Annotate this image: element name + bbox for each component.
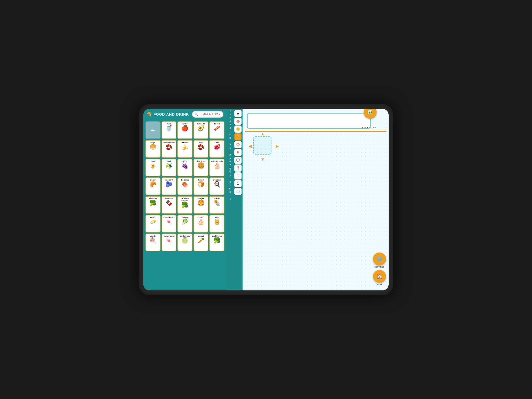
alpha-letter-T[interactable]: T — [228, 177, 233, 180]
nav-btn-monkey[interactable]: 🐵 — [234, 118, 242, 125]
alpha-letter-F[interactable]: F — [228, 130, 233, 133]
food-card-breakfast[interactable]: breakfast 🍳 — [209, 177, 224, 195]
card-image-berry: 🍇 — [181, 163, 188, 169]
nav-btn-clock[interactable]: 🕐 — [234, 188, 242, 195]
alpha-letter-O[interactable]: O — [228, 160, 233, 163]
food-card-candy-cane[interactable]: candy cane 🍬 — [162, 234, 177, 251]
food-card-beef[interactable]: beef 🥩 — [209, 140, 224, 158]
food-card-carrot[interactable]: carrot 🥕 — [194, 234, 209, 251]
food-card-berry[interactable]: berry 🍇 — [177, 159, 192, 176]
food-card-bologna[interactable]: bologna 🍖 — [177, 177, 192, 195]
food-card-big-mac[interactable]: Big Mac 🍔 — [194, 159, 209, 176]
nav-btn-chair[interactable]: 🪑 — [234, 149, 242, 156]
food-card-butterscotch[interactable]: buttersc-otch 🍬 — [162, 215, 177, 232]
alpha-letter-X[interactable]: X — [228, 190, 233, 194]
home-button[interactable]: 🏠 — [373, 270, 386, 283]
alpha-letter-Q[interactable]: Q — [228, 167, 233, 170]
food-card-bread[interactable]: bread 🍞 — [194, 177, 209, 195]
page-title: FOOD AND DRINK — [154, 112, 189, 116]
food-card-biscuit[interactable]: biscuit 🥐 — [145, 177, 161, 195]
alpha-letter-M[interactable]: M — [228, 153, 233, 157]
alpha-letter-D[interactable]: D — [228, 123, 233, 126]
alpha-letter-W[interactable]: W — [228, 187, 233, 190]
food-card-bacon[interactable]: bacon 🥓 — [209, 121, 224, 139]
alpha-letter-J[interactable]: J — [228, 143, 233, 147]
card-image-cabbage: 🥬 — [181, 219, 188, 225]
card-image-candy: 🍭 — [149, 238, 156, 243]
card-label-brussels-sprouts: brussels sprouts — [178, 198, 191, 202]
food-card-beet[interactable]: beet 🫒 — [162, 159, 177, 176]
orange-divider-line — [245, 131, 387, 132]
food-card-bean[interactable]: bean 🫘 — [194, 140, 209, 158]
food-card-butter[interactable]: butter 🧈 — [145, 215, 161, 232]
food-card-brussels-sprouts[interactable]: brussels sprouts 🥦 — [177, 196, 192, 214]
food-card-cantaloupe[interactable]: cantaloupe 🍈 — [177, 234, 192, 251]
alpha-letter-B[interactable]: B — [228, 116, 233, 119]
card-placeholder — [253, 136, 271, 155]
food-card-cabbage[interactable]: cabbage 🥬 — [177, 215, 192, 232]
alpha-letter-S[interactable]: S — [228, 174, 233, 177]
food-card-avocado[interactable]: avocado 🥑 — [194, 121, 209, 139]
food-card-cauliflower[interactable]: cauliflower 🥦 — [209, 234, 224, 251]
food-card-broccoli[interactable]: broccoli 🥦 — [145, 196, 161, 214]
food-card-7up[interactable]: 7-Up 🥤 — [162, 121, 177, 139]
alpha-letter-H[interactable]: H — [228, 136, 233, 140]
nav-btn-question[interactable]: ❓ — [234, 164, 242, 172]
search-bar[interactable]: 🔍 — [192, 111, 223, 118]
food-card-add[interactable]: + — [145, 121, 161, 139]
alpha-letter-L[interactable]: L — [228, 150, 233, 153]
alpha-letter-I[interactable]: I — [228, 140, 233, 143]
nav-icon-chair: 🪑 — [236, 151, 240, 154]
food-card-beer[interactable]: beer 🍺 — [145, 159, 161, 176]
nav-btn-speech[interactable]: 💬 — [234, 157, 242, 164]
card-label-bagel: bagel — [150, 142, 156, 144]
nav-btn-num1[interactable]: 1 — [234, 180, 242, 187]
arrow-top-icon: ▲ — [261, 132, 265, 136]
nav-btn-home[interactable]: 🏠 — [234, 141, 242, 148]
card-image-can: 🥫 — [214, 219, 221, 225]
alpha-letter-V[interactable]: V — [228, 184, 233, 187]
card-label-can: can — [215, 216, 219, 218]
nav-btn-pizza[interactable]: 🍕 — [234, 133, 242, 141]
food-card-brownie[interactable]: brownie 🍫 — [162, 196, 177, 214]
card-label-blueberry: blueberry — [164, 179, 173, 181]
food-card-birthday-cake[interactable]: birthday cake 🎂 — [209, 159, 224, 176]
alpha-letter-E[interactable]: E — [228, 126, 233, 130]
food-card-candy[interactable]: candy 🍭 — [145, 234, 161, 251]
alpha-letter-G[interactable]: G — [228, 133, 233, 136]
food-card-banana[interactable]: banana 🍌 — [177, 140, 192, 158]
settings-button[interactable]: ⚙️ — [373, 252, 386, 265]
nav-icon-clock: 🕐 — [236, 190, 240, 193]
card-label-beer: beer — [151, 160, 155, 162]
alpha-letter-C[interactable]: C — [228, 119, 233, 123]
alpha-letter-A[interactable]: A — [228, 113, 233, 116]
alpha-letter-U[interactable]: U — [228, 180, 233, 184]
right-action-buttons: ⚙️ SETTINGS 🏠 HOME — [373, 252, 386, 285]
alpha-letter-N[interactable]: N — [228, 157, 233, 160]
nav-btn-star[interactable]: ★ — [234, 110, 242, 117]
settings-label: SETTINGS — [374, 266, 384, 268]
device-screen: 🍕 FOOD AND DRINK 🔍 + 7-Up 🥤 apple 🍎 avoc… — [143, 109, 389, 290]
card-label-big-mac: Big Mac — [197, 160, 205, 162]
alpha-letter-Y[interactable]: Y — [228, 194, 233, 197]
add-picture-icon: 🖼️ — [367, 109, 373, 115]
alpha-letter-P[interactable]: P — [228, 163, 233, 167]
food-card-can[interactable]: can 🥫 — [209, 215, 224, 232]
alpha-letter-#[interactable]: # — [228, 109, 233, 113]
search-input[interactable] — [200, 113, 220, 116]
food-card-burrito[interactable]: burrito 🌯 — [209, 196, 224, 214]
food-card-cake[interactable]: cake 🎂 — [194, 215, 209, 232]
alpha-letter-Z[interactable]: Z — [228, 197, 233, 201]
nav-btn-heart[interactable]: ♡ — [234, 172, 242, 179]
alpha-letter-R[interactable]: R — [228, 170, 233, 174]
food-card-blueberry[interactable]: blueberry 🫐 — [162, 177, 177, 195]
food-card-baked-beans[interactable]: baked beans 🫘 — [162, 140, 177, 158]
food-card-burger[interactable]: burger 🍔 — [194, 196, 209, 214]
nav-btn-face[interactable]: 😐 — [234, 125, 242, 133]
card-label-apple: apple — [182, 123, 188, 125]
food-card-apple[interactable]: apple 🍎 — [177, 121, 192, 139]
card-label-burger: burger — [198, 198, 204, 200]
nav-icon-heart: ♡ — [237, 174, 240, 178]
alpha-letter-K[interactable]: K — [228, 147, 233, 150]
food-card-bagel[interactable]: bagel 🥯 — [145, 140, 161, 158]
